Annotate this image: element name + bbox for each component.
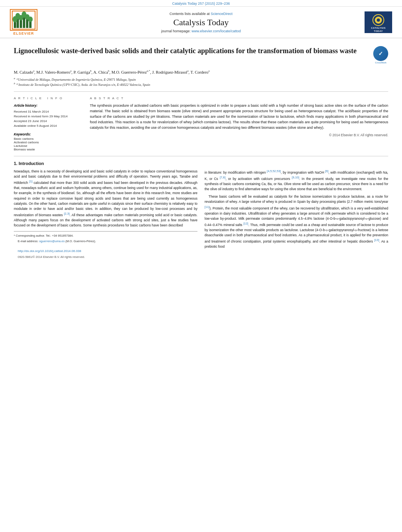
elsevier-svg [12, 11, 35, 30]
citation-bar: Catalysis Today 257 (2015) 229–236 [0, 0, 402, 7]
sciencedirect-link[interactable]: ScienceDirect [211, 12, 233, 16]
body-col-right: in literature: by modification with nitr… [205, 169, 388, 260]
svg-rect-6 [26, 19, 28, 28]
ref-9-10[interactable]: [9,10] [292, 176, 299, 179]
journal-name: Catalysis Today [47, 17, 355, 28]
intro-para-right-2: These basic carbons will be evaluated as… [205, 194, 388, 249]
ref-7-8[interactable]: [7,8] [220, 176, 226, 179]
footnote-email-link[interactable]: oguerrero@uma.es [39, 239, 65, 243]
svg-rect-5 [23, 17, 25, 28]
journal-homepage-link[interactable]: www.elsevier.com/locate/cattod [192, 29, 241, 33]
kw-1: Basic carbons [14, 137, 83, 141]
catalysis-logo-right: CATALYSIS TODAY [363, 11, 394, 33]
crossmark-icon[interactable]: ✓ [373, 46, 388, 61]
svg-point-17 [377, 19, 380, 22]
kw-2: Activated carbons [14, 141, 83, 144]
kw-3: Lactulose [14, 144, 83, 148]
divider-1 [14, 91, 388, 92]
info-abstract-section: A R T I C L E I N F O Article history: R… [14, 96, 388, 151]
authors-line: M. Calzadoa, M.J. Valero-Romeroa, P. Gar… [14, 69, 388, 74]
issn-text: 0920-5861/© 2014 Elsevier B.V. All right… [14, 255, 197, 260]
received-date: Received 31 March 2014 [14, 109, 83, 114]
introduction-section: 1. Introduction Nowadays, there is a nec… [14, 161, 388, 260]
intro-para-right-1: in literature: by modification with nitr… [205, 169, 388, 192]
copyright-line: © 2014 Elsevier B.V. All rights reserved… [90, 133, 388, 137]
affiliation-b: b ᵇ Instituto de Tecnología Química (UPV… [14, 82, 388, 87]
available-date: Available online 5 August 2014 [14, 124, 83, 128]
svg-rect-7 [29, 22, 32, 28]
ref-1[interactable]: [1] [29, 180, 32, 183]
elsevier-logo-box [10, 9, 37, 31]
body-col-left: Nowadays, there is a necessity of develo… [14, 169, 197, 260]
affiliation-a: a ᵃ Universidad de Málaga, Departamento … [14, 77, 388, 82]
journal-header: ELSEVIER Contents lists available at Sci… [0, 7, 402, 38]
ref-6[interactable]: [6] [325, 169, 328, 173]
kw-4: Biomass waste [14, 148, 83, 151]
header-center: Contents lists available at ScienceDirec… [39, 12, 363, 33]
article-content: Lignocellulosic waste-derived basic soli… [0, 38, 402, 268]
elsevier-logo: ELSEVIER [8, 9, 39, 35]
article-title: Lignocellulosic waste-derived basic soli… [14, 46, 373, 56]
page-wrapper: Catalysis Today 257 (2015) 229–236 [0, 0, 402, 532]
footnote-corresponding: * Corresponding author. Tel.: +34 951957… [14, 234, 197, 238]
crossmark-label: CrossMark [375, 61, 386, 64]
intro-heading: 1. Introduction [14, 161, 388, 166]
abstract-col: A B S T R A C T The synthesis procedure … [90, 96, 388, 151]
abstract-label: A B S T R A C T [90, 96, 388, 100]
intro-para-1: Nowadays, there is a necessity of develo… [14, 169, 197, 228]
article-info-label: A R T I C L E I N F O [14, 96, 83, 100]
footnote-section: * Corresponding author. Tel.: +34 951957… [14, 231, 197, 259]
catalysis-svg: CATALYSIS TODAY [367, 11, 390, 33]
ref-4-5-52-53[interactable]: [4,5,52,53] [267, 169, 281, 173]
header-top-line: Contents lists available at ScienceDirec… [47, 12, 355, 16]
ref-12[interactable]: [12] [243, 222, 248, 225]
ref-2-3[interactable]: [2,3] [64, 212, 70, 215]
received-revised-date: Received in revised form 29 May 2014 [14, 114, 83, 119]
svg-text:TODAY: TODAY [374, 30, 383, 32]
article-info-col: A R T I C L E I N F O Article history: R… [14, 96, 83, 151]
keywords-block: Keywords: Basic carbons Activated carbon… [14, 132, 83, 151]
svg-point-13 [28, 17, 33, 22]
article-history-title: Article history: [14, 103, 83, 108]
citation-text: Catalysis Today 257 (2015) 229–236 [172, 2, 230, 6]
svg-rect-2 [14, 22, 16, 28]
divider-2 [14, 156, 388, 156]
accepted-date: Accepted 23 June 2014 [14, 119, 83, 124]
title-section: Lignocellulosic waste-derived basic soli… [14, 46, 388, 64]
doi-link[interactable]: http://dx.doi.org/10.1016/j.cattod.2014.… [18, 249, 81, 253]
elsevier-text: ELSEVIER [13, 32, 34, 35]
catalysis-logo-box: CATALYSIS TODAY [365, 11, 392, 33]
abstract-text: The synthesis procedure of activated car… [90, 103, 388, 131]
footnote-email: E-mail address: oguerrero@uma.es (M.O. G… [14, 239, 197, 244]
svg-text:CATALYSIS: CATALYSIS [371, 27, 385, 29]
body-two-col: Nowadays, there is a necessity of develo… [14, 169, 388, 260]
svg-rect-4 [20, 20, 22, 28]
keywords-title: Keywords: [14, 132, 83, 136]
crossmark-section: ✓ CrossMark [373, 46, 388, 64]
journal-homepage: journal homepage: www.elsevier.com/locat… [47, 29, 355, 33]
ref-13[interactable]: [13] [374, 238, 380, 242]
ref-11[interactable]: [11] [205, 205, 210, 209]
article-info-block: Article history: Received 31 March 2014 … [14, 103, 83, 128]
